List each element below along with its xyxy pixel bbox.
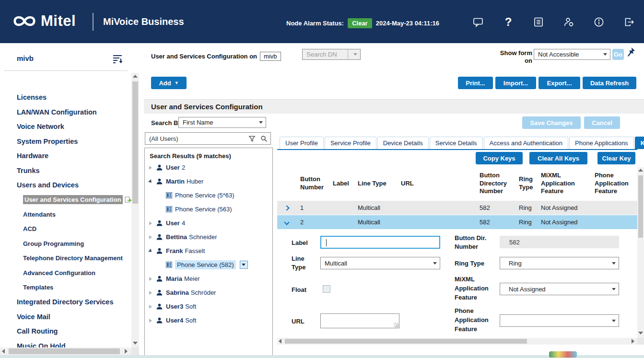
tab-keys[interactable]: Keys xyxy=(635,137,644,149)
search-icon[interactable] xyxy=(260,135,268,142)
list-item-user[interactable]: BettinaSchneider xyxy=(145,230,272,244)
key-row-1[interactable]: 1 Multicall 582 Ring Not Assigned xyxy=(277,201,637,215)
show-form-select[interactable]: Not Accessible xyxy=(534,49,610,60)
expander-icon[interactable] xyxy=(149,319,152,323)
list-item-user[interactable]: FrankFasselt xyxy=(145,244,272,258)
list-item-phone-service-selected[interactable]: Phone Service (582) xyxy=(145,258,272,272)
sidebar-item-system-properties[interactable]: System Properties xyxy=(0,134,131,149)
sidebar-item-voice-mail[interactable]: Voice Mail xyxy=(0,310,131,324)
search-by-select[interactable]: First Name xyxy=(178,117,266,128)
filter-funnel-icon[interactable] xyxy=(248,135,256,142)
print-button[interactable]: Print... xyxy=(458,77,493,89)
sidebar-hscroll-thumb[interactable] xyxy=(9,348,120,354)
scroll-up-arrow[interactable] xyxy=(638,169,643,172)
label-input[interactable] xyxy=(320,236,440,249)
expander-icon[interactable] xyxy=(148,249,153,254)
list-item-phone-service[interactable]: Phone Service (5*63) xyxy=(145,188,272,202)
scroll-up-arrow[interactable] xyxy=(133,75,138,78)
info-icon[interactable] xyxy=(593,16,605,28)
phone-app-feature-select[interactable] xyxy=(500,314,619,327)
sidebar-item-integrated-directory[interactable]: Integrated Directory Services xyxy=(0,295,131,310)
expander-icon[interactable] xyxy=(149,305,152,309)
list-item-user[interactable]: User2 xyxy=(145,161,272,174)
tab-service-profile[interactable]: Service Profile xyxy=(325,137,376,149)
data-refresh-button[interactable]: Data Refresh xyxy=(583,77,636,89)
list-item-phone-service[interactable]: Phone Service (563) xyxy=(145,202,272,216)
clear-all-keys-button[interactable]: Clear All Keys xyxy=(529,152,587,164)
line-type-select[interactable]: Multicall xyxy=(320,257,440,269)
logout-icon[interactable] xyxy=(623,16,635,28)
event-log-icon[interactable] xyxy=(532,16,545,28)
save-changes-button[interactable]: Save Changes xyxy=(522,116,581,129)
sidebar-item-voice-network[interactable]: Voice Network xyxy=(0,119,131,134)
chat-icon[interactable] xyxy=(472,16,484,28)
add-button[interactable]: Add▼ xyxy=(151,77,187,89)
service-menu-button[interactable] xyxy=(240,261,248,269)
sidebar-item-user-services-configuration[interactable]: User and Services Configuration xyxy=(0,193,131,208)
sidebar-item-attendants[interactable]: Attendants xyxy=(0,207,131,222)
scroll-right-arrow[interactable] xyxy=(632,339,634,344)
scroll-right-arrow[interactable] xyxy=(125,349,128,354)
cell-ring-type: Ring xyxy=(514,219,536,226)
list-item-user[interactable]: User4Soft xyxy=(145,313,272,327)
expander-icon[interactable] xyxy=(149,277,152,281)
list-item-user[interactable]: MariaMeier xyxy=(145,272,272,286)
sidebar-scroll-thumb[interactable] xyxy=(132,81,138,204)
search-dn-combobox[interactable]: Search DN xyxy=(302,49,361,60)
copy-keys-button[interactable]: Copy Keys xyxy=(476,152,523,164)
details-vscroll-thumb[interactable] xyxy=(638,175,643,238)
expander-icon[interactable] xyxy=(149,221,152,225)
sort-az-icon[interactable] xyxy=(111,53,124,67)
collapse-row-icon[interactable] xyxy=(284,219,289,225)
list-item-user[interactable]: MartinHuber xyxy=(145,174,272,188)
tab-user-profile[interactable]: User Profile xyxy=(280,137,324,149)
sidebar-item-advanced-configuration[interactable]: Advanced Configuration xyxy=(0,266,131,280)
tab-phone-applications[interactable]: Phone Applications xyxy=(569,137,634,149)
sidebar-item-group-programming[interactable]: Group Programming xyxy=(0,236,131,251)
go-button[interactable]: Go xyxy=(612,49,624,60)
mixml-feature-select[interactable]: Not Assigned xyxy=(500,283,619,295)
expander-icon[interactable] xyxy=(149,235,152,239)
pin-icon[interactable] xyxy=(626,47,635,59)
url-textarea[interactable] xyxy=(320,313,399,328)
clear-key-button[interactable]: Clear Key xyxy=(597,152,635,164)
navigation-sidebar: mivb Licenses LAN/WAN Configuration Voic… xyxy=(0,43,144,355)
ring-type-select[interactable]: Ring xyxy=(500,257,619,269)
scroll-down-arrow[interactable] xyxy=(638,332,643,335)
float-checkbox[interactable] xyxy=(323,285,330,293)
expander-icon[interactable] xyxy=(149,291,152,295)
expand-row-icon[interactable] xyxy=(284,205,289,210)
line-type-label: Line Type xyxy=(292,254,312,271)
sidebar-item-hardware[interactable]: Hardware xyxy=(0,149,131,163)
sidebar-item-call-routing[interactable]: Call Routing xyxy=(0,324,131,339)
details-hscroll-thumb[interactable] xyxy=(285,339,527,344)
tab-access-authentication[interactable]: Access and Authentication xyxy=(484,137,569,149)
sidebar-item-telephone-directory[interactable]: Telephone Directory Management xyxy=(0,251,131,266)
sidebar-item-licenses[interactable]: Licenses xyxy=(0,90,131,105)
scroll-left-arrow[interactable] xyxy=(279,339,281,344)
cancel-button[interactable]: Cancel xyxy=(584,116,620,129)
user-filter-input[interactable]: (All Users) xyxy=(145,132,271,145)
key-row-2-selected[interactable]: 2 Multicall 582 Ring Not Assigned xyxy=(277,215,637,230)
expander-icon[interactable] xyxy=(149,166,152,170)
sidebar-item-trunks[interactable]: Trunks xyxy=(0,163,131,178)
resize-handle-icon[interactable] xyxy=(394,323,398,327)
sidebar-item-templates[interactable]: Templates xyxy=(0,280,131,295)
expander-icon[interactable] xyxy=(148,179,153,184)
tab-device-details[interactable]: Device Details xyxy=(377,137,429,149)
sidebar-item-users-devices[interactable]: Users and Devices xyxy=(0,178,131,193)
import-button[interactable]: Import... xyxy=(495,77,536,89)
export-button[interactable]: Export... xyxy=(539,77,580,89)
admin-user-icon[interactable] xyxy=(562,16,575,28)
text-cursor xyxy=(326,239,327,246)
help-icon[interactable]: ? xyxy=(502,16,515,28)
list-item-user[interactable]: User4 xyxy=(145,216,272,230)
list-item-user[interactable]: User3Soft xyxy=(145,300,272,313)
scroll-down-arrow[interactable] xyxy=(133,342,138,345)
tab-service-details[interactable]: Service Details xyxy=(430,137,483,149)
scroll-left-arrow[interactable] xyxy=(2,349,5,354)
alarm-status-badge: Clear xyxy=(348,18,372,28)
sidebar-item-acd[interactable]: ACD xyxy=(0,222,131,237)
sidebar-item-lan-wan[interactable]: LAN/WAN Configuration xyxy=(0,105,131,120)
list-item-user[interactable]: SabrinaSchröder xyxy=(145,286,272,300)
